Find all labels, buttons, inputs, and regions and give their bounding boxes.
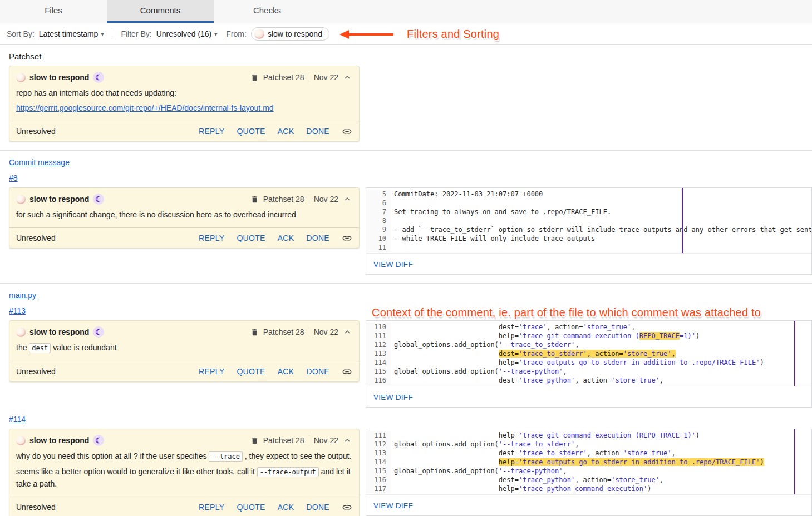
ack-button[interactable]: ACK [278, 127, 294, 136]
code-line: 114 help='trace outputs go to stderr in … [366, 358, 811, 367]
view-diff-link[interactable]: VIEW DIFF [373, 393, 413, 401]
line-number: 117 [366, 484, 391, 493]
comment-date[interactable]: Nov 22 [314, 195, 338, 204]
comment-date[interactable]: Nov 22 [314, 328, 338, 336]
file-link-main-py[interactable]: main.py [9, 291, 36, 300]
delete-icon[interactable] [250, 195, 259, 204]
collapse-icon[interactable] [342, 194, 352, 204]
filter-by-label: Filter By: [121, 29, 151, 38]
avatar [16, 328, 26, 337]
done-button[interactable]: DONE [306, 127, 329, 136]
filters-sorting-annotation: Filters and Sorting [339, 28, 499, 41]
comments-panel: Patchset slow to respond ☾ Patchset 28 N… [0, 52, 812, 516]
done-button[interactable]: DONE [306, 367, 329, 376]
comment-card: slow to respond ☾ Patchset 28 Nov 22 for… [9, 187, 360, 249]
sort-by-dropdown[interactable]: Latest timestamp ▾ [39, 29, 104, 38]
ack-button[interactable]: ACK [278, 234, 294, 242]
code-line: 110 dest='trace', action='store_true', [366, 322, 811, 331]
collapse-icon[interactable] [342, 72, 352, 82]
tab-files[interactable]: Files [0, 0, 107, 23]
reply-button[interactable]: REPLY [199, 234, 224, 242]
comment-card: slow to respond ☾ Patchset 28 Nov 22 why… [9, 429, 360, 516]
comment-text: value is redundant [51, 343, 116, 352]
tab-comments[interactable]: Comments [107, 0, 214, 23]
filter-by-value: Unresolved (16) [156, 29, 212, 38]
comment-body: why do you need this option at all ? if … [9, 448, 359, 497]
code-line: 8 [366, 216, 811, 225]
code-line: 114 help='trace outputs go to stderr in … [366, 458, 811, 467]
done-button[interactable]: DONE [306, 234, 329, 242]
code-line: 113 dest='trace_to_stderr', action='stor… [366, 349, 811, 358]
delete-icon[interactable] [250, 436, 259, 445]
thread-link-114[interactable]: #114 [9, 415, 26, 424]
file-link-commit-message[interactable]: Commit message [9, 158, 70, 167]
delete-icon[interactable] [250, 73, 259, 82]
filter-separator [112, 28, 112, 39]
status-badge: Unresolved [16, 367, 56, 376]
code-line: 115global_options.add_option('--trace-py… [366, 367, 811, 376]
copy-link-icon[interactable] [342, 366, 352, 377]
quote-button[interactable]: QUOTE [237, 503, 265, 512]
code-line: 117 help='trace python command execution… [366, 484, 811, 493]
line-number: 8 [366, 216, 391, 225]
collapse-icon[interactable] [342, 327, 352, 337]
comment-body: repo has an internals doc that needs upd… [9, 85, 359, 121]
status-badge: Unresolved [16, 234, 56, 242]
section-divider [0, 150, 812, 151]
comment-author: slow to respond [29, 195, 89, 204]
line-number: 114 [366, 458, 391, 467]
ack-button[interactable]: ACK [278, 503, 294, 512]
comment-date[interactable]: Nov 22 [314, 436, 338, 445]
annotation-text: Context of the comment, ie. part of the … [372, 306, 761, 319]
thread-link-8[interactable]: #8 [9, 173, 18, 182]
section-main-py: Context of the comment, ie. part of the … [9, 290, 812, 516]
tab-checks[interactable]: Checks [214, 0, 321, 23]
reply-button[interactable]: REPLY [199, 367, 224, 376]
thread-link-113[interactable]: #113 [9, 306, 26, 315]
reply-button[interactable]: REPLY [199, 503, 224, 512]
meta-separator [309, 194, 309, 204]
moon-status-icon: ☾ [93, 72, 104, 83]
done-button[interactable]: DONE [306, 503, 329, 512]
line-number: 112 [366, 340, 391, 349]
avatar [16, 73, 26, 82]
comment-link[interactable]: https://gerrit.googlesource.com/git-repo… [16, 103, 274, 112]
meta-separator [309, 72, 309, 82]
patchset-number: Patchset 28 [263, 436, 304, 445]
line-number: 116 [366, 475, 391, 484]
from-user-chip[interactable]: slow to respond [251, 27, 329, 41]
comment-text: repo has an internals doc that needs upd… [16, 88, 176, 97]
comment-body: the dest value is redundant [9, 339, 359, 361]
comment-body: for such a significant change, there is … [9, 206, 359, 227]
quote-button[interactable]: QUOTE [237, 367, 265, 376]
sort-by-label: Sort By: [7, 29, 35, 38]
comment-text: why do you need this option at all ? if … [16, 452, 209, 460]
quote-button[interactable]: QUOTE [237, 127, 265, 136]
code-lines: 5CommitDate: 2022-11-03 21:07:07 +000067… [366, 188, 811, 253]
view-diff-link[interactable]: VIEW DIFF [373, 502, 413, 510]
avatar [16, 195, 26, 204]
line-number: 10 [366, 234, 391, 243]
copy-link-icon[interactable] [342, 233, 352, 244]
filter-by-dropdown[interactable]: Unresolved (16) ▾ [156, 29, 218, 38]
line-number: 6 [366, 199, 391, 207]
comment-author: slow to respond [29, 436, 89, 445]
view-diff-link[interactable]: VIEW DIFF [373, 260, 413, 269]
delete-icon[interactable] [250, 328, 259, 336]
code-line: 111 help='trace git command execution (R… [366, 431, 811, 440]
line-number: 7 [366, 207, 391, 216]
quote-button[interactable]: QUOTE [237, 234, 265, 242]
reply-button[interactable]: REPLY [199, 127, 224, 136]
comment-date[interactable]: Nov 22 [314, 73, 338, 82]
line-number: 5 [366, 190, 391, 199]
code-line: 6 [366, 199, 811, 207]
comment-author: slow to respond [29, 73, 89, 82]
code-context-box: 5CommitDate: 2022-11-03 21:07:07 +000067… [366, 187, 812, 275]
copy-link-icon[interactable] [342, 126, 352, 137]
code-line: 113 dest='trace_to_stderr', action='stor… [366, 449, 811, 458]
status-badge: Unresolved [16, 503, 56, 512]
collapse-icon[interactable] [342, 435, 352, 445]
copy-link-icon[interactable] [342, 502, 352, 513]
moon-status-icon: ☾ [93, 194, 104, 205]
ack-button[interactable]: ACK [278, 367, 294, 376]
